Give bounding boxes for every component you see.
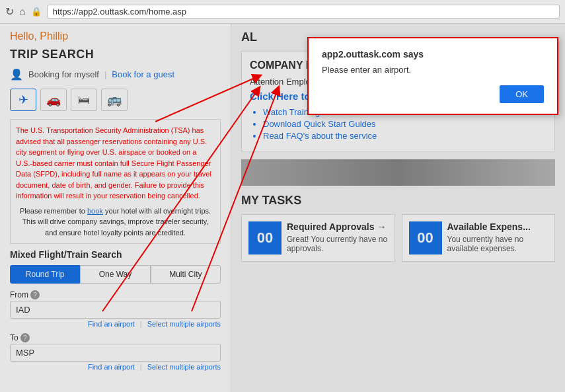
page-content: Hello, Phillip TRIP SEARCH 👤 Booking for…	[0, 24, 565, 392]
modal-ok-button[interactable]: OK	[500, 85, 544, 103]
home-button[interactable]: ⌂	[19, 6, 26, 18]
browser-bar: ↻ ⌂ 🔒	[0, 0, 565, 24]
refresh-button[interactable]: ↻	[5, 5, 14, 18]
modal-title: app2.outtask.com says	[322, 49, 544, 59]
modal-dialog: app2.outtask.com says Please enter an ai…	[307, 37, 558, 115]
lock-icon: 🔒	[31, 7, 42, 17]
modal-message: Please enter an airport.	[322, 65, 544, 75]
url-bar[interactable]	[47, 5, 560, 19]
modal-overlay: app2.outtask.com says Please enter an ai…	[0, 24, 565, 392]
